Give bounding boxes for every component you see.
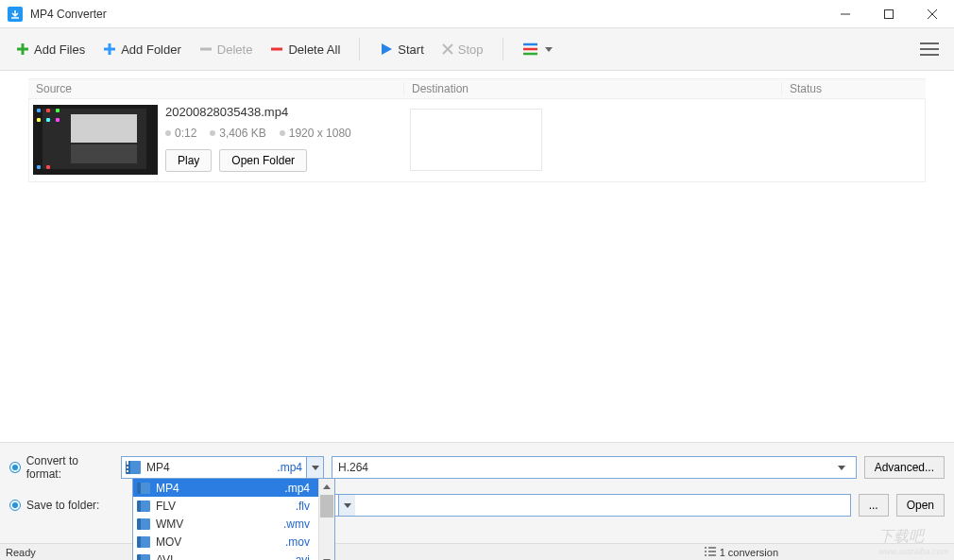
video-file-icon	[137, 554, 150, 561]
format-option[interactable]: MP4.mp4	[133, 479, 334, 497]
codec-dropdown-button[interactable]	[833, 457, 850, 478]
file-name: 20200828035438.mp4	[165, 105, 406, 119]
scroll-thumb[interactable]	[320, 495, 333, 518]
delete-all-button[interactable]: Delete All	[264, 38, 346, 60]
column-source[interactable]: Source	[28, 82, 403, 95]
play-button[interactable]: Play	[165, 149, 212, 172]
stop-label: Stop	[458, 42, 484, 57]
plus-icon	[15, 42, 30, 57]
option-name: MOV	[156, 535, 181, 549]
chevron-down-icon	[545, 45, 553, 53]
play-icon	[379, 42, 394, 57]
file-info: 20200828035438.mp4 0:12 3,406 KB 1920 x …	[165, 105, 406, 175]
toolbar: Add Files Add Folder Delete Delete All S…	[0, 28, 954, 71]
scroll-up-button[interactable]	[319, 479, 334, 495]
bottom-panel: Convert to format: MP4 .mp4 H.264 Advanc…	[0, 442, 954, 543]
delete-button[interactable]: Delete	[193, 38, 259, 60]
folder-combo[interactable]	[332, 494, 851, 517]
convert-format-radio[interactable]: Convert to format:	[9, 454, 113, 481]
format-option[interactable]: FLV.flv	[133, 497, 334, 515]
scrollbar[interactable]	[318, 479, 334, 560]
menu-button[interactable]	[914, 33, 945, 65]
format-ext: .mp4	[277, 461, 306, 474]
radio-icon	[9, 462, 21, 473]
video-file-icon	[137, 501, 150, 512]
video-file-icon	[137, 536, 150, 548]
file-size: 3,406 KB	[219, 127, 265, 140]
radio-icon	[9, 500, 21, 511]
scroll-down-button[interactable]	[319, 552, 334, 560]
format-option[interactable]: AVI.avi	[133, 551, 334, 560]
option-name: WMV	[156, 518, 183, 531]
column-status[interactable]: Status	[781, 82, 926, 95]
thumbnail[interactable]	[33, 105, 158, 175]
app-logo-icon	[8, 7, 23, 22]
svg-marker-17	[312, 466, 319, 470]
option-name: FLV	[156, 500, 176, 513]
file-row[interactable]: 20200828035438.mp4 0:12 3,406 KB 1920 x …	[29, 99, 925, 180]
toolbar-separator	[359, 38, 360, 60]
list-small-icon	[705, 547, 716, 558]
svg-marker-19	[344, 503, 351, 508]
lists-menu-button[interactable]	[517, 38, 558, 60]
open-output-button[interactable]: Open	[896, 494, 945, 517]
add-folder-button[interactable]: Add Folder	[96, 38, 187, 60]
svg-rect-1	[885, 9, 894, 18]
minus-icon	[269, 42, 284, 57]
file-list: 20200828035438.mp4 0:12 3,406 KB 1920 x …	[28, 99, 926, 182]
svg-marker-18	[838, 466, 845, 470]
option-name: MP4	[156, 482, 179, 495]
svg-marker-10	[382, 43, 392, 55]
column-destination[interactable]: Destination	[403, 82, 781, 95]
format-option[interactable]: WMV.wmv	[133, 515, 334, 533]
format-name: MP4	[145, 461, 277, 474]
folder-dropdown-button[interactable]	[338, 495, 355, 516]
video-file-icon	[137, 483, 150, 494]
list-icon	[522, 42, 541, 57]
plus-icon	[102, 42, 117, 57]
option-name: AVI	[156, 553, 173, 561]
file-duration: 0:12	[175, 127, 196, 140]
video-file-icon	[126, 461, 141, 474]
save-folder-radio[interactable]: Save to folder:	[9, 499, 113, 512]
file-meta: 0:12 3,406 KB 1920 x 1080	[165, 127, 406, 140]
delete-all-label: Delete All	[288, 42, 340, 57]
start-button[interactable]: Start	[373, 38, 429, 60]
open-folder-button[interactable]: Open Folder	[219, 149, 307, 172]
minus-icon	[198, 42, 213, 57]
format-option[interactable]: MOV.mov	[133, 533, 334, 551]
delete-label: Delete	[217, 42, 253, 57]
maximize-button[interactable]	[867, 0, 911, 28]
codec-value: H.264	[338, 461, 368, 474]
advanced-button[interactable]: Advanced...	[864, 456, 945, 479]
conversion-count: 1 conversion	[720, 547, 778, 558]
add-folder-label: Add Folder	[121, 42, 181, 57]
codec-combo[interactable]: H.264	[332, 456, 857, 479]
convert-format-label: Convert to format:	[26, 454, 113, 481]
add-files-button[interactable]: Add Files	[9, 38, 91, 60]
svg-marker-20	[323, 484, 331, 489]
format-dropdown-list: MP4.mp4FLV.flvWMV.wmvMOV.movAVI.avi	[132, 478, 335, 560]
stop-icon	[441, 42, 454, 56]
status-cell	[784, 105, 925, 175]
file-resolution: 1920 x 1080	[289, 127, 351, 140]
window-title: MP4 Converter	[30, 8, 107, 21]
svg-marker-16	[545, 47, 553, 52]
status-text: Ready	[6, 547, 36, 558]
format-combo[interactable]: MP4 .mp4	[121, 456, 324, 479]
minimize-button[interactable]	[824, 0, 867, 28]
stop-button[interactable]: Stop	[435, 39, 489, 60]
video-file-icon	[137, 518, 150, 530]
close-button[interactable]	[911, 0, 954, 28]
list-header: Source Destination Status	[28, 78, 926, 99]
format-dropdown-button[interactable]	[306, 457, 323, 478]
browse-button[interactable]: ...	[859, 494, 889, 517]
add-files-label: Add Files	[34, 42, 85, 57]
save-folder-label: Save to folder:	[26, 499, 99, 512]
toolbar-separator	[503, 38, 503, 60]
destination-cell	[406, 105, 784, 175]
titlebar: MP4 Converter	[0, 0, 954, 28]
start-label: Start	[398, 42, 423, 57]
destination-preview	[410, 109, 542, 171]
